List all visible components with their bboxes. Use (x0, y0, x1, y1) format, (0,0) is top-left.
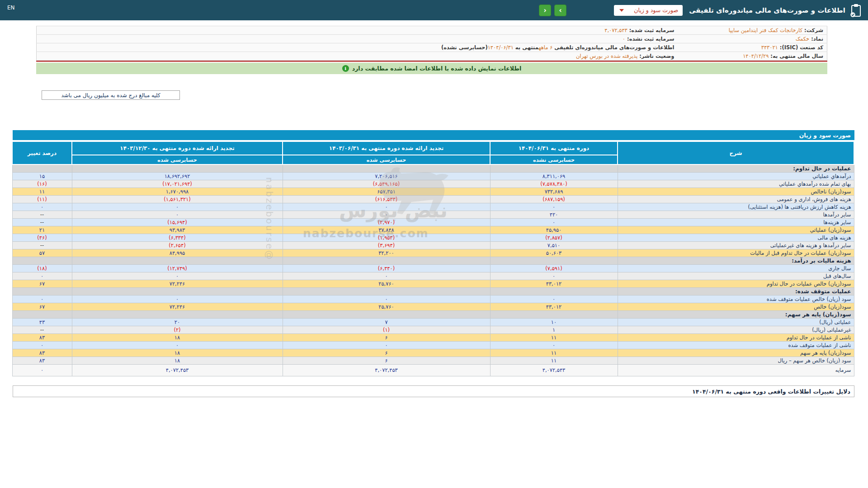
cell-value: ۰ (176, 211, 179, 218)
data-row: سایر هزینه‌ها۰(۲,۹۷۰)(۱۵,۶۹۴)-- (12, 218, 854, 226)
cell-value: (۶,۳۳۴) (169, 235, 185, 241)
info-cell-left: سرمایه ثبت نشده: ۰ (37, 35, 678, 43)
row-label: ناشی از عملیات در حال تداوم (618, 333, 854, 341)
statement-title-bar: صورت سود و زیان (13, 130, 854, 140)
row-label: هزینه کاهش ارزش دریافتنی ها (هزینه استثن… (618, 203, 854, 211)
value-cell: ۱ (490, 326, 618, 333)
value-cell: (۱۷,۰۲۱,۶۹۴) (72, 180, 283, 188)
col-current-audit-status: حسابرسی نشده (490, 155, 618, 164)
value-cell: ۴,۰۷۲,۵۴۳ (490, 364, 618, 376)
value-cell: ۱۸ (72, 333, 283, 341)
change-cell: -- (12, 326, 72, 333)
statement-dropdown[interactable]: صورت سود و زیان (614, 5, 683, 16)
row-label: سایر درآمدها و هزینه های غیرعملیاتی (618, 241, 854, 249)
cell-value: (۷,۵۷۸,۳۸۰) (540, 181, 567, 187)
change-cell: (۴۶) (12, 234, 72, 241)
row-label: عملیات در حال تداوم: (618, 164, 854, 172)
cell-value: ۱۱ (551, 357, 557, 364)
row-label: سال جاری (618, 264, 854, 272)
change-cell: ۱۵ (12, 172, 72, 180)
next-statement-button[interactable]: › (554, 5, 566, 16)
change-cell: ۸۳ (12, 349, 72, 357)
page: { "header": { "en_label": "EN", "title":… (0, 0, 868, 488)
info-value: ۱۴۰۴/۰۶/۳۱ (488, 44, 514, 51)
cell-value: ۰ (385, 296, 387, 302)
value-cell: ۰ (283, 203, 490, 211)
value-cell (283, 164, 490, 172)
col-annual-audit-status: حسابرسی شده (72, 155, 283, 164)
info-cell-right: کد صنعت (ISIC): ۳۴۳۰۲۱ (678, 43, 827, 52)
value-cell: ۱۱ (490, 357, 618, 364)
cell-value: ۰ (176, 296, 179, 302)
cell-value: (۴۶) (37, 235, 47, 241)
cell-value: ۷ (385, 319, 387, 325)
data-row: سود (زیان) خالص عملیات متوقف شده۰۰۰۰ (12, 295, 854, 303)
topbar-right-group: اطلاعات و صورت‌های مالی میاندوره‌ای تلفی… (536, 4, 862, 17)
section-row: عملیات متوقف شده: (12, 287, 854, 295)
change-cell: ۶۷ (12, 303, 72, 310)
value-cell: ۷۳۲,۶۸۹ (490, 188, 618, 195)
data-row: غیرعملیاتی (ریال)۱(۱)(۲)-- (12, 326, 854, 333)
info-cell-right: سال مالی منتهی به: ۱۴۰۴/۱۲/۲۹ (678, 52, 827, 61)
value-cell: (۶,۳۳۴) (72, 234, 283, 241)
company-info-section: شرکت: کارخانجات کمک فنر ایندامین سایپاسر… (36, 26, 827, 74)
language-toggle-en[interactable]: EN (7, 5, 15, 11)
change-cell: ۱۱ (12, 188, 72, 195)
signature-banner-text: اطلاعات نمایش داده شده با اطلاعات امضا ش… (352, 65, 522, 72)
value-cell: (۱,۹۵۴) (283, 234, 490, 241)
data-row: هزینه های فروش، اداری و عمومی(۶۸۷,۱۵۹)(۶… (12, 195, 854, 203)
change-cell: ۸۳ (12, 333, 72, 341)
row-label: سود(زیان) خالص (618, 303, 854, 310)
info-cell-left: سرمایه ثبت شده: ۴,۰۷۲,۵۴۳ (37, 26, 678, 35)
value-cell: ۰ (72, 211, 283, 218)
cell-value: ۹۳,۹۸۳ (170, 227, 185, 233)
prev-statement-button[interactable]: ‹ (539, 5, 551, 16)
value-cell: ۰ (72, 272, 283, 280)
cell-value: ۰ (552, 273, 555, 279)
data-row: سرمایه۴,۰۷۲,۵۴۳۴,۰۷۲,۴۵۳۴,۰۷۲,۴۵۳۰ (12, 364, 854, 376)
change-cell (12, 257, 72, 264)
col-desc-header: شرح (618, 141, 854, 164)
cell-value: ۰ (41, 204, 43, 210)
value-cell: ۱۸ (72, 349, 283, 357)
row-label: سود(زیان) پایه هر سهم (618, 349, 854, 357)
statement-dropdown-value: صورت سود و زیان (634, 7, 678, 14)
cell-value: (۱۵,۶۹۴) (167, 219, 187, 225)
info-label: اطلاعات و صورت‌های مالی میاندوره‌ای تلفی… (552, 44, 674, 51)
info-label: شرکت: (802, 27, 823, 33)
value-cell: ۰ (490, 341, 618, 349)
cell-value: ۴۳ (39, 319, 45, 325)
row-label: سرمایه (618, 364, 854, 376)
cell-value: ۰ (552, 204, 555, 210)
value-cell: ۶۵۷,۳۵۱ (283, 188, 490, 195)
info-row: سال مالی منتهی به: ۱۴۰۴/۱۲/۲۹وضعیت ناشر:… (37, 52, 827, 61)
change-cell: (۱۶) (12, 180, 72, 188)
change-cell: (۱۸) (12, 264, 72, 272)
cell-value: ۰ (41, 296, 43, 302)
cell-value: ۰ (385, 211, 387, 218)
row-label: سود (زیان) خالص عملیات متوقف شده (618, 295, 854, 303)
info-label: کد صنعت (ISIC): (778, 44, 823, 51)
info-label: وضعیت ناشر: (637, 53, 674, 59)
row-label: سود(زیان) عملیات در حال تداوم قبل از مال… (618, 249, 854, 257)
data-row: سود(زیان) خالص عملیات در حال تداوم۴۳,۰۱۲… (12, 280, 854, 287)
cell-value: ۲۵,۷۶۰ (378, 304, 394, 310)
row-label: عملیات متوقف شده: (618, 287, 854, 295)
value-cell: ۱۸,۶۹۲,۶۹۲ (72, 172, 283, 180)
page-title: اطلاعات و صورت‌های مالی میاندوره‌ای تلفی… (689, 6, 845, 14)
data-row: سایر درآمدها۴۲۰۰۰-- (12, 211, 854, 218)
change-cell: ۲۱ (12, 226, 72, 234)
data-row: هزینه کاهش ارزش دریافتنی ها (هزینه استثن… (12, 203, 854, 211)
chevron-left-icon: ‹ (544, 6, 547, 14)
signature-match-banner: اطلاعات نمایش داده شده با اطلاعات امضا ش… (36, 63, 827, 74)
value-cell (283, 287, 490, 295)
income-statement-table: شرح دوره منتهی به ۱۴۰۴/۰۶/۳۱ تجدید ارائه… (12, 141, 854, 376)
cell-value: (۲) (174, 327, 180, 333)
cell-value: ۰ (552, 219, 555, 225)
info-cell-right: نماد: خکمک (678, 35, 827, 43)
cell-value: ۲۰ (175, 319, 180, 325)
cell-value: (۶۱۶,۵۳۳) (375, 196, 398, 202)
cell-value: ۸,۳۱۱,۰۶۹ (542, 173, 566, 179)
value-cell: (۲,۹۷۰) (283, 218, 490, 226)
value-cell: ۳۲,۲۰۰ (283, 249, 490, 257)
